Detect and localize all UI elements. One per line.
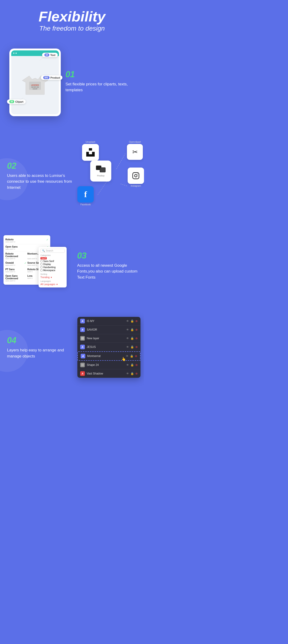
layer-row-newlayer: New layer 👁 🔒 ⊗ bbox=[77, 334, 140, 343]
font-filter-card: 🔍 Search Categories Serif Sans Serif Dis… bbox=[39, 247, 67, 288]
layer-eye-icon-2[interactable]: 👁 bbox=[126, 328, 129, 331]
serif-badge: Serif bbox=[40, 257, 47, 260]
sorting-text: Trending bbox=[40, 276, 50, 278]
connector-pixabay: Pixabay bbox=[90, 160, 111, 182]
filter-serif: Serif bbox=[40, 257, 65, 260]
layers-panel: A IS MY 👁 🔒 ⊗ A SAVIOR 👁 🔒 ⊗ bbox=[77, 317, 140, 378]
section-03: Roboto sans-serif ∨ ✓ Open Sans sans-ser… bbox=[0, 226, 144, 310]
filter-monospace: Monospace bbox=[40, 269, 65, 272]
facebook-label: Facebook bbox=[77, 203, 94, 206]
product-price-amount: $82 bbox=[43, 76, 50, 79]
pixabay-label: Pixabay bbox=[97, 174, 104, 177]
categories-label: Categories bbox=[40, 254, 65, 256]
product-price-label: Product bbox=[51, 76, 60, 79]
layer-eye-icon-3[interactable]: 👁 bbox=[126, 337, 129, 340]
sans-serif-checkbox[interactable] bbox=[40, 260, 43, 262]
section-03-description: Access to all newest Google Fonts,you al… bbox=[77, 262, 139, 280]
section-04: 04 Layers help easy to arrange and manag… bbox=[0, 310, 144, 392]
languages-arrow: ▼ bbox=[56, 283, 58, 286]
instagram-label: Instagram bbox=[128, 184, 144, 187]
languages-value[interactable]: All Languages ▼ bbox=[40, 283, 65, 286]
instagram-icon bbox=[132, 172, 139, 180]
header-title: Flexibility bbox=[5, 9, 139, 24]
layer-eye-icon-7[interactable]: 👁 bbox=[126, 372, 129, 375]
layer-icon-vastshadow: A bbox=[80, 371, 85, 376]
text-price-badge: $4 Text bbox=[42, 53, 58, 57]
text-price-amount: $4 bbox=[44, 54, 49, 56]
section-01-description: Set flexible prices for cliparts, texts,… bbox=[65, 81, 139, 93]
layer-delete-icon-3[interactable]: ⊗ bbox=[135, 337, 138, 340]
sorting-label: Sorting bbox=[40, 273, 65, 275]
font-search-bar[interactable]: 🔍 Search bbox=[40, 249, 65, 253]
layer-row-vastshadow: A Vast Shadow 👁 🔒 ⊗ bbox=[77, 369, 140, 378]
layer-actions-ismy: 👁 🔒 ⊗ bbox=[126, 320, 138, 323]
tablet-mockup: LEGENDS NEVER DIE AUGUST bbox=[9, 48, 61, 116]
connector-openclipart: Openclipart ✂ bbox=[127, 141, 143, 160]
svg-text:AUGUST: AUGUST bbox=[33, 88, 38, 90]
layer-name-savior: SAVIOR bbox=[87, 328, 124, 331]
layer-lock-icon-3[interactable]: 🔒 bbox=[130, 337, 134, 340]
layer-icon-shape24 bbox=[80, 362, 85, 367]
header-subtitle: The freedom to design bbox=[5, 25, 139, 32]
layer-row-shape24: Shape 24 👁 🔒 ⊗ bbox=[77, 361, 140, 369]
svg-rect-15 bbox=[133, 173, 139, 179]
layer-eye-icon-6[interactable]: 👁 bbox=[126, 363, 129, 366]
unsplash-label: Unsplash bbox=[82, 141, 99, 143]
layer-delete-icon-7[interactable]: ⊗ bbox=[135, 372, 138, 375]
layer-delete-icon[interactable]: ⊗ bbox=[135, 320, 138, 323]
layer-eye-icon[interactable]: 👁 bbox=[126, 320, 129, 323]
layer-icon-savior: A bbox=[80, 327, 85, 332]
languages-label: Languages bbox=[40, 280, 65, 282]
layer-actions-savior: 👁 🔒 ⊗ bbox=[126, 328, 138, 331]
layer-actions-vastshadow: 👁 🔒 ⊗ bbox=[126, 372, 138, 375]
layer-name-shape24: Shape 24 bbox=[87, 363, 124, 366]
clipart-price-badge: $6 Clipart bbox=[7, 100, 26, 104]
layer-lock-icon-6[interactable]: 🔒 bbox=[130, 363, 134, 366]
languages-text: All Languages bbox=[40, 283, 55, 286]
clipart-price-label: Clipart bbox=[15, 100, 23, 103]
layer-row-montserrat: A Montserrat 👁 🔒 ⊗ 👆 bbox=[77, 352, 140, 361]
layer-name-newlayer: New layer bbox=[87, 337, 124, 340]
layer-delete-icon-6[interactable]: ⊗ bbox=[135, 363, 138, 366]
layer-lock-icon[interactable]: 🔒 bbox=[130, 320, 134, 323]
layer-eye-icon-4[interactable]: 👁 bbox=[126, 345, 129, 348]
sorting-arrow: ▼ bbox=[50, 276, 52, 278]
openclipart-icon: ✂ bbox=[132, 148, 138, 156]
filter-sans-serif: Sans Serif bbox=[40, 260, 65, 262]
section-02: 02 Users able to access to Lumise's conn… bbox=[0, 132, 144, 226]
layer-delete-icon-4[interactable]: ⊗ bbox=[135, 345, 138, 348]
layer-delete-icon-2[interactable]: ⊗ bbox=[135, 328, 138, 331]
layer-name-ismy: IS MY bbox=[87, 320, 124, 323]
layer-row-jesus: A JESUS 👁 🔒 ⊗ bbox=[77, 343, 140, 352]
svg-text:LEGENDS: LEGENDS bbox=[31, 84, 39, 86]
connector-facebook: f Facebook bbox=[77, 186, 94, 206]
layer-icon-montserrat: A bbox=[81, 354, 85, 358]
section-01-visual: LEGENDS NEVER DIE AUGUST $4 Text $82 Pro… bbox=[5, 42, 61, 121]
layer-lock-icon-7[interactable]: 🔒 bbox=[130, 372, 134, 375]
search-placeholder: Search bbox=[46, 250, 53, 252]
display-checkbox[interactable] bbox=[40, 263, 43, 265]
sorting-value[interactable]: Trending ▼ bbox=[40, 276, 65, 278]
filter-display: Display bbox=[40, 263, 65, 266]
layer-delete-icon-5[interactable]: ⊗ bbox=[135, 354, 137, 358]
layer-actions-montserrat: 👁 🔒 ⊗ bbox=[126, 354, 137, 358]
section-01-text: 01 Set flexible prices for cliparts, tex… bbox=[61, 70, 139, 93]
layer-lock-icon-4[interactable]: 🔒 bbox=[130, 345, 134, 348]
svg-point-17 bbox=[137, 174, 138, 174]
handwriting-checkbox[interactable] bbox=[40, 266, 43, 268]
layer-lock-icon-2[interactable]: 🔒 bbox=[130, 328, 134, 331]
layer-lock-icon-5[interactable]: 🔒 bbox=[130, 354, 133, 358]
product-price-badge: $82 Product bbox=[41, 75, 62, 80]
monospace-checkbox[interactable] bbox=[40, 269, 43, 271]
section-01: LEGENDS NEVER DIE AUGUST $4 Text $82 Pro… bbox=[0, 39, 144, 132]
layer-eye-icon-5[interactable]: 👁 bbox=[126, 354, 128, 358]
svg-rect-19 bbox=[81, 364, 84, 366]
layer-icon-jesus: A bbox=[80, 345, 85, 349]
svg-rect-18 bbox=[81, 337, 84, 340]
layer-actions-shape24: 👁 🔒 ⊗ bbox=[126, 363, 138, 366]
svg-rect-14 bbox=[100, 168, 105, 172]
section-03-text: 03 Access to all newest Google Fonts,you… bbox=[72, 251, 144, 280]
layer-row-ismy: A IS MY 👁 🔒 ⊗ bbox=[77, 317, 140, 326]
layer-name-montserrat: Montserrat bbox=[87, 354, 124, 358]
layer-actions-newlayer: 👁 🔒 ⊗ bbox=[126, 337, 138, 340]
